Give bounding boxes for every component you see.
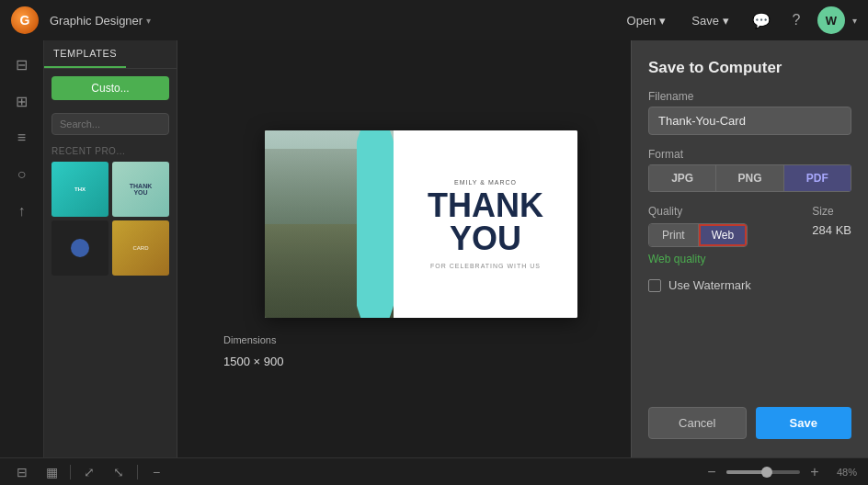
brand-name: Graphic Designer ▾ — [50, 14, 151, 28]
help-icon-button[interactable]: ? — [782, 6, 810, 34]
template-thumb-1[interactable]: THX — [51, 162, 108, 217]
quality-web-button[interactable]: Web — [699, 224, 747, 246]
brand-chevron-icon: ▾ — [146, 16, 151, 26]
cancel-button[interactable]: Cancel — [648, 407, 747, 439]
quality-size-row: Quality Print Web Web quality Size 284 K… — [648, 205, 851, 265]
card-preview: EMILY & MARCO THANK YOU FOR CELEBRATING … — [265, 130, 577, 318]
save-dialog: Save to Computer Filename Format JPG PNG… — [631, 40, 868, 457]
format-section: Format JPG PNG PDF — [648, 148, 851, 192]
divider-1 — [70, 465, 71, 479]
card-names: EMILY & MARCO — [454, 179, 517, 186]
avatar[interactable]: W — [817, 6, 845, 34]
sidebar-item-layers[interactable]: ≡ — [6, 121, 39, 154]
save-button[interactable]: Save ▾ — [684, 10, 737, 31]
watermark-label: Use Watermark — [668, 278, 751, 292]
quality-column: Quality Print Web Web quality — [648, 205, 748, 265]
card-title: THANK YOU — [428, 189, 543, 255]
minus-icon[interactable]: − — [145, 461, 167, 483]
modal-overlay: EMILY & MARCO THANK YOU FOR CELEBRATING … — [177, 40, 868, 457]
search-input[interactable] — [51, 113, 169, 135]
sidebar: ⊟ ⊞ ≡ ○ ↑ — [0, 40, 44, 457]
format-buttons: JPG PNG PDF — [648, 164, 851, 192]
sidebar-item-shapes[interactable]: ○ — [6, 158, 39, 191]
tab-templates[interactable]: TEMPLATES — [44, 40, 126, 68]
sidebar-item-upload[interactable]: ↑ — [6, 195, 39, 228]
save-chevron-icon: ▾ — [723, 14, 729, 28]
size-label: Size — [812, 205, 851, 218]
quality-buttons: Print Web — [648, 223, 748, 247]
format-png-button[interactable]: PNG — [715, 164, 782, 192]
format-jpg-button[interactable]: JPG — [648, 164, 715, 192]
template-thumb-4[interactable]: CARD — [112, 220, 169, 276]
filename-label: Filename — [648, 90, 851, 103]
quality-print-button[interactable]: Print — [649, 224, 699, 246]
bottombar: ⊟ ▦ ⤢ ⤡ − − + 48% — [0, 457, 868, 485]
dialog-footer: Cancel Save — [648, 407, 851, 439]
open-chevron-icon: ▾ — [659, 14, 666, 28]
zoom-slider[interactable] — [726, 470, 800, 474]
topbar: G Graphic Designer ▾ Open ▾ Save ▾ 💬 ? W… — [0, 0, 868, 40]
filename-input[interactable] — [648, 107, 851, 135]
filename-section: Filename — [648, 90, 851, 135]
avatar-chevron-icon: ▾ — [852, 16, 857, 26]
zoom-in-button[interactable]: + — [805, 463, 824, 481]
open-button[interactable]: Open ▾ — [620, 10, 674, 31]
quality-label: Quality — [648, 205, 748, 218]
card-dimensions-label: Dimensions — [223, 334, 276, 345]
dialog-title: Save to Computer — [648, 59, 851, 77]
left-panel: TEMPLATES Custo... RECENT PRO... THX THA… — [44, 40, 177, 457]
card-footer: FOR CELEBRATING WITH US — [430, 263, 541, 269]
fit-icon[interactable]: ⤡ — [108, 461, 130, 483]
zoom-out-button[interactable]: − — [702, 463, 721, 481]
format-pdf-button[interactable]: PDF — [783, 164, 851, 192]
size-column: Size 284 KB — [812, 205, 851, 237]
main-area: ⊟ ⊞ ≡ ○ ↑ TEMPLATES Custo... RECENT PRO.… — [0, 40, 868, 457]
grid-icon[interactable]: ⊟ — [11, 461, 33, 483]
zoom-slider-thumb[interactable] — [761, 467, 772, 478]
divider-2 — [137, 465, 138, 479]
watermark-row: Use Watermark — [648, 278, 851, 292]
format-label: Format — [648, 148, 851, 161]
template-thumbnails: THX THANK YOU CARD — [44, 162, 177, 276]
sidebar-item-home[interactable]: ⊟ — [6, 48, 39, 81]
template-thumb-3[interactable] — [51, 220, 108, 276]
canvas-area: K EMILY & MARCO — [177, 40, 868, 457]
card-dimensions-value: 1500 × 900 — [223, 355, 283, 368]
app-logo: G — [11, 6, 39, 34]
chat-icon-button[interactable]: 💬 — [748, 6, 775, 34]
watermark-checkbox[interactable] — [648, 279, 661, 292]
zoom-controls: − + 48% — [702, 463, 857, 481]
left-panel-tabs: TEMPLATES — [44, 40, 177, 69]
custom-button[interactable]: Custo... — [51, 76, 169, 100]
layers-icon[interactable]: ▦ — [40, 461, 63, 483]
size-value: 284 KB — [812, 223, 851, 237]
topbar-icons: 💬 ? W ▾ — [748, 6, 857, 34]
card-preview-container: EMILY & MARCO THANK YOU FOR CELEBRATING … — [223, 40, 619, 457]
expand-icon[interactable]: ⤢ — [78, 461, 100, 483]
zoom-value: 48% — [829, 467, 857, 478]
save-button[interactable]: Save — [756, 407, 852, 439]
web-quality-link[interactable]: Web quality — [648, 253, 748, 265]
template-thumb-2[interactable]: THANK YOU — [112, 162, 169, 217]
recent-label: RECENT PRO... — [44, 141, 177, 162]
sidebar-item-templates[interactable]: ⊞ — [6, 85, 39, 118]
card-content: EMILY & MARCO THANK YOU FOR CELEBRATING … — [394, 130, 577, 318]
